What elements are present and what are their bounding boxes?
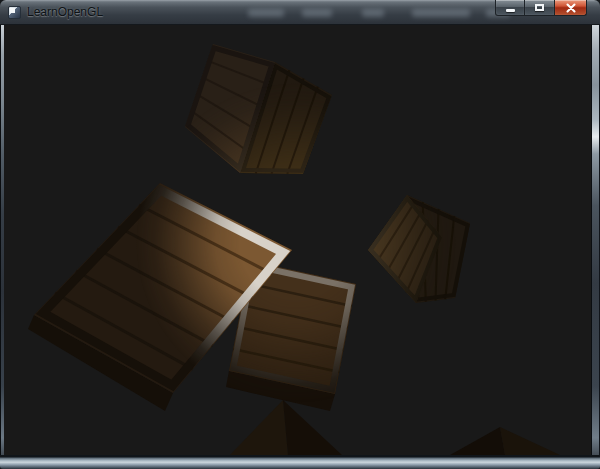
window-controls <box>495 0 587 16</box>
glass-reflection <box>302 9 332 17</box>
close-button[interactable] <box>554 0 587 16</box>
minimize-icon <box>506 9 515 12</box>
minimize-button[interactable] <box>495 0 525 16</box>
glass-reflection <box>362 9 384 17</box>
spotlight-crates-scene <box>4 25 591 455</box>
opengl-viewport[interactable] <box>4 25 591 455</box>
glass-reflection <box>412 9 470 17</box>
app-window: LearnOpenGL <box>0 0 600 469</box>
app-icon <box>8 6 21 19</box>
titlebar[interactable]: LearnOpenGL <box>0 0 600 25</box>
window-resize-edge-right[interactable] <box>591 25 600 455</box>
close-icon <box>566 3 576 13</box>
window-resize-edge-bottom[interactable] <box>0 455 600 469</box>
maximize-icon <box>535 4 544 11</box>
glass-reflection <box>248 9 284 17</box>
window-title: LearnOpenGL <box>27 5 103 19</box>
maximize-button[interactable] <box>525 0 554 16</box>
window-resize-edge-left[interactable] <box>0 25 4 455</box>
